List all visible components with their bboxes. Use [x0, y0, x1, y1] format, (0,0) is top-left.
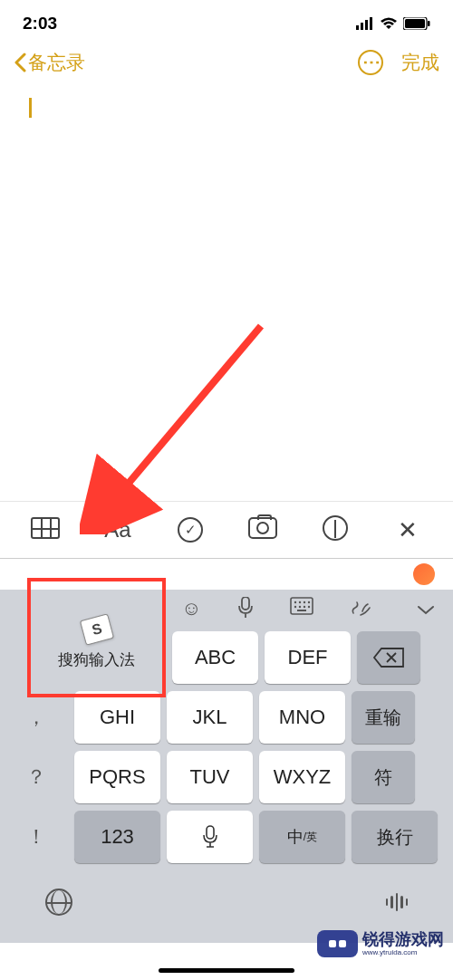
- svg-point-12: [304, 601, 305, 603]
- home-indicator[interactable]: [159, 968, 294, 973]
- backspace-icon: [372, 647, 405, 668]
- svg-point-14: [294, 606, 296, 608]
- svg-rect-5: [405, 19, 425, 28]
- svg-rect-1: [361, 23, 363, 30]
- brush-icon[interactable]: [350, 597, 371, 624]
- table-icon[interactable]: [27, 517, 63, 543]
- chevron-left-icon: [14, 53, 26, 72]
- key-enter[interactable]: 换行: [352, 811, 438, 863]
- svg-point-16: [304, 606, 305, 608]
- keyboard-topbar: [0, 558, 453, 590]
- battery-icon: [403, 17, 430, 30]
- watermark-name: 锐得游戏网: [362, 931, 444, 947]
- keyboard-switch-icon[interactable]: [290, 597, 313, 624]
- svg-point-11: [299, 601, 301, 603]
- svg-point-10: [294, 601, 296, 603]
- done-button[interactable]: 完成: [401, 50, 439, 75]
- mic-icon: [202, 825, 218, 849]
- close-icon[interactable]: ✕: [390, 516, 426, 544]
- key-def[interactable]: DEF: [265, 631, 351, 684]
- key-comma[interactable]: ，: [5, 691, 68, 744]
- svg-point-13: [308, 601, 310, 603]
- key-wxyz[interactable]: WXYZ: [259, 751, 345, 803]
- svg-rect-3: [370, 17, 372, 30]
- emoji-icon[interactable]: ☺: [181, 597, 201, 624]
- sogou-logo-icon: S: [79, 613, 113, 645]
- more-icon[interactable]: [358, 50, 383, 75]
- key-jkl[interactable]: JKL: [167, 691, 253, 744]
- mic-icon[interactable]: [237, 597, 254, 624]
- notes-editor[interactable]: [0, 89, 453, 501]
- wifi-icon: [380, 17, 398, 30]
- dictation-icon[interactable]: [386, 893, 409, 911]
- key-pqrs[interactable]: PQRS: [74, 751, 160, 803]
- watermark: 锐得游戏网 www.ytruida.com: [317, 930, 444, 957]
- svg-point-17: [308, 606, 310, 608]
- signal-icon: [356, 17, 374, 30]
- checklist-icon[interactable]: ✓: [172, 517, 208, 543]
- text-caret: [29, 98, 32, 118]
- svg-rect-18: [297, 610, 306, 611]
- status-time: 2:03: [23, 14, 57, 34]
- key-tuv[interactable]: TUV: [167, 751, 253, 803]
- status-bar: 2:03: [0, 0, 453, 41]
- markup-icon[interactable]: [317, 515, 353, 544]
- key-abc[interactable]: ABC: [172, 631, 258, 684]
- key-retype[interactable]: 重输: [352, 691, 415, 744]
- watermark-url: www.ytruida.com: [362, 948, 428, 956]
- key-language[interactable]: 中/英: [259, 811, 345, 863]
- key-question[interactable]: ？: [5, 751, 68, 803]
- nav-bar: 备忘录 完成: [0, 41, 453, 89]
- format-button[interactable]: Aa: [100, 517, 136, 543]
- key-mic[interactable]: [167, 811, 253, 863]
- key-symbol[interactable]: 符: [352, 751, 415, 803]
- svg-point-15: [299, 606, 301, 608]
- key-ghi[interactable]: GHI: [74, 691, 160, 744]
- back-label: 备忘录: [28, 50, 85, 75]
- status-indicators: [356, 17, 430, 30]
- sogou-ime-button[interactable]: S 搜狗输入法: [31, 598, 162, 688]
- svg-rect-6: [428, 21, 430, 26]
- sogou-avatar-icon[interactable]: [413, 563, 435, 585]
- key-mno[interactable]: MNO: [259, 691, 345, 744]
- key-backspace[interactable]: [357, 631, 420, 684]
- svg-rect-0: [356, 25, 359, 30]
- key-exclaim[interactable]: ！: [5, 811, 68, 863]
- camera-icon[interactable]: [245, 517, 281, 543]
- svg-rect-2: [365, 20, 368, 30]
- chevron-down-icon[interactable]: [417, 601, 435, 620]
- keyboard: ☺ S 搜狗输入法 ABC DEF: [0, 558, 453, 943]
- notes-toolbar: Aa ✓ ✕: [0, 501, 453, 558]
- key-123[interactable]: 123: [74, 811, 160, 863]
- back-button[interactable]: 备忘录: [14, 50, 85, 75]
- svg-rect-8: [242, 597, 249, 610]
- globe-icon[interactable]: [45, 889, 72, 916]
- watermark-logo-icon: [317, 930, 358, 957]
- sogou-label: 搜狗输入法: [58, 649, 135, 670]
- svg-rect-19: [207, 826, 214, 839]
